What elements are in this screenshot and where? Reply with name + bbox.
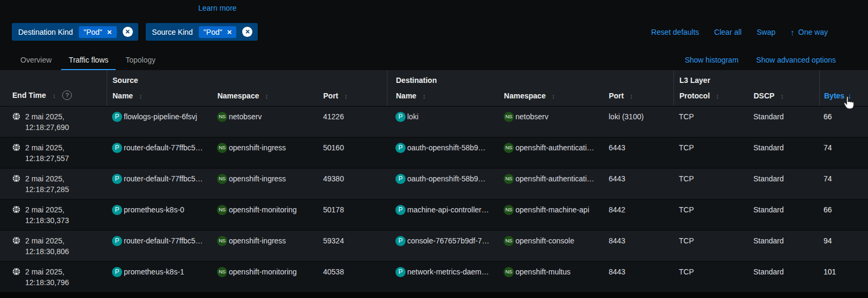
source-namespace[interactable]: NS openshift-ingress	[217, 235, 317, 246]
end-time-header[interactable]: End Time	[12, 91, 46, 100]
source-namespace[interactable]: NS openshift-monitoring	[217, 204, 317, 215]
destination-pod[interactable]: P oauth-openshift-58b9…	[395, 142, 498, 153]
destination-pod[interactable]: P network-metrics-daem…	[395, 266, 498, 277]
source-pod[interactable]: P router-default-77ffbc5…	[112, 235, 212, 246]
protocol-value: TCP	[674, 173, 752, 199]
tab-topology[interactable]: Topology	[118, 51, 163, 71]
table-row[interactable]: 2 mai 2025, 12:18:30,373 P prometheus-k8…	[0, 200, 868, 231]
reset-defaults-link[interactable]: Reset defaults	[651, 28, 699, 36]
destination-namespace[interactable]: NS openshift-multus	[504, 266, 602, 277]
dscp-value: Standard	[752, 142, 819, 168]
table-body: 2 mai 2025, 12:18:27,690 P flowlogs-pipe…	[0, 106, 868, 293]
source-port-header[interactable]: Port	[323, 91, 338, 100]
sort-icon[interactable]: ↕	[630, 93, 633, 100]
namespace-badge-icon: NS	[217, 112, 227, 122]
sort-icon[interactable]: ↕	[716, 93, 720, 100]
destination-port: 8443	[602, 266, 674, 292]
one-way-label: One way	[798, 28, 828, 36]
swap-link[interactable]: Swap	[757, 28, 775, 36]
namespace-badge-icon: NS	[504, 267, 514, 277]
source-namespace[interactable]: NS openshift-monitoring	[217, 266, 317, 277]
source-pod[interactable]: P flowlogs-pipeline-6fsvj	[112, 111, 212, 122]
clear-all-link[interactable]: Clear all	[714, 28, 742, 36]
sort-icon[interactable]: ↕	[780, 93, 784, 100]
filter-actions: Reset defaults Clear all Swap ↑ One way	[651, 28, 828, 36]
table-row[interactable]: 2 mai 2025, 12:18:27,557 P router-defaul…	[0, 137, 868, 169]
dscp-header[interactable]: DSCP	[753, 91, 774, 100]
source-pod[interactable]: P prometheus-k8s-0	[112, 204, 212, 215]
destination-namespace[interactable]: NS openshift-authenticati…	[504, 142, 602, 153]
sort-icon[interactable]: ↕	[265, 93, 268, 100]
source-namespace[interactable]: NS openshift-ingress	[217, 142, 317, 153]
pod-badge-icon: P	[395, 236, 406, 246]
pod-badge-icon: P	[112, 267, 122, 277]
source-pod[interactable]: P prometheus-k8s-1	[112, 266, 212, 277]
source-pod[interactable]: P router-default-77ffbc5…	[112, 173, 212, 184]
bytes-value: 66	[819, 204, 868, 230]
learn-more-link[interactable]: Learn more	[198, 4, 237, 12]
one-way-toggle[interactable]: ↑ One way	[790, 28, 828, 36]
source-namespace[interactable]: NS netobserv	[217, 111, 317, 122]
dscp-value: Standard	[752, 204, 819, 230]
destination-name-header[interactable]: Name	[396, 91, 416, 100]
table-row[interactable]: 2 mai 2025, 12:18:30,806 P router-defaul…	[0, 231, 868, 262]
show-advanced-options-link[interactable]: Show advanced options	[756, 56, 836, 64]
destination-pod[interactable]: P machine-api-controller…	[395, 204, 498, 215]
sort-icon[interactable]: ↕	[422, 93, 426, 100]
pod-badge-icon: P	[395, 267, 406, 277]
sort-icon[interactable]: ↕	[53, 92, 56, 99]
source-pod[interactable]: P router-default-77ffbc5…	[112, 142, 212, 153]
namespace-badge-icon: NS	[217, 267, 227, 277]
destination-namespace[interactable]: NS openshift-console	[504, 235, 602, 246]
namespace-badge-icon: NS	[504, 143, 514, 153]
bytes-value: 66	[819, 111, 868, 137]
globe-icon	[12, 205, 20, 213]
source-namespace[interactable]: NS openshift-ingress	[217, 173, 317, 184]
destination-port: 6443	[602, 173, 674, 199]
filter-category-label: Source Kind	[152, 28, 193, 36]
pod-badge-icon: P	[112, 174, 122, 184]
tab-overview[interactable]: Overview	[13, 51, 59, 71]
protocol-value: TCP	[674, 142, 752, 168]
destination-namespace-header[interactable]: Namespace	[504, 91, 546, 100]
show-histogram-link[interactable]: Show histogram	[685, 56, 738, 64]
destination-pod[interactable]: P loki	[395, 111, 498, 122]
clear-filter-group-icon[interactable]: ×	[123, 27, 133, 37]
sort-icon[interactable]: ↕	[139, 93, 143, 100]
globe-icon	[12, 143, 20, 151]
bytes-header[interactable]: Bytes	[824, 91, 844, 100]
source-name-header[interactable]: Name	[113, 91, 133, 100]
destination-namespace[interactable]: NS netobserv	[504, 111, 602, 122]
destination-port-header[interactable]: Port	[609, 91, 624, 100]
table-row[interactable]: 2 mai 2025, 12:18:27,690 P flowlogs-pipe…	[0, 106, 868, 137]
destination-pod[interactable]: P oauth-openshift-58b9…	[395, 173, 498, 184]
end-time-value: 2 mai 2025, 12:18:27,285	[25, 173, 69, 199]
destination-pod[interactable]: P console-767657b9df-7…	[395, 235, 498, 246]
destination-namespace[interactable]: NS openshift-authenticati…	[504, 173, 602, 184]
table-bottom-edge	[0, 293, 868, 298]
chip-close-icon[interactable]: ×	[107, 28, 112, 36]
chip-close-icon[interactable]: ×	[227, 28, 232, 36]
table-row[interactable]: 2 mai 2025, 12:18:27,285 P router-defaul…	[0, 169, 868, 200]
tab-traffic-flows[interactable]: Traffic flows	[61, 51, 116, 71]
l3-layer-group-header: L3 Layer	[674, 76, 819, 85]
sort-icon[interactable]: ↕	[344, 93, 348, 100]
dscp-value: Standard	[752, 266, 819, 292]
sort-icon[interactable]: ↕	[551, 93, 555, 100]
namespace-badge-icon: NS	[504, 236, 514, 246]
destination-port: 8443	[602, 235, 674, 261]
source-namespace-header[interactable]: Namespace	[218, 91, 259, 100]
destination-namespace[interactable]: NS openshift-machine-api	[504, 204, 602, 215]
protocol-value: TCP	[674, 266, 752, 292]
help-icon[interactable]: ?	[62, 90, 72, 100]
bytes-value: 74	[819, 173, 868, 199]
source-port: 49380	[317, 173, 387, 199]
namespace-badge-icon: NS	[217, 174, 227, 184]
clear-filter-group-icon[interactable]: ×	[242, 27, 252, 37]
table-row[interactable]: 2 mai 2025, 12:18:30,796 P prometheus-k8…	[0, 262, 868, 293]
filter-group-destination-kind: Destination Kind "Pod" × ×	[12, 23, 138, 41]
sort-descending-icon[interactable]: ↓	[848, 91, 851, 100]
source-port: 40538	[317, 266, 387, 292]
bytes-value: 101	[819, 266, 868, 292]
protocol-header[interactable]: Protocol	[679, 91, 710, 100]
